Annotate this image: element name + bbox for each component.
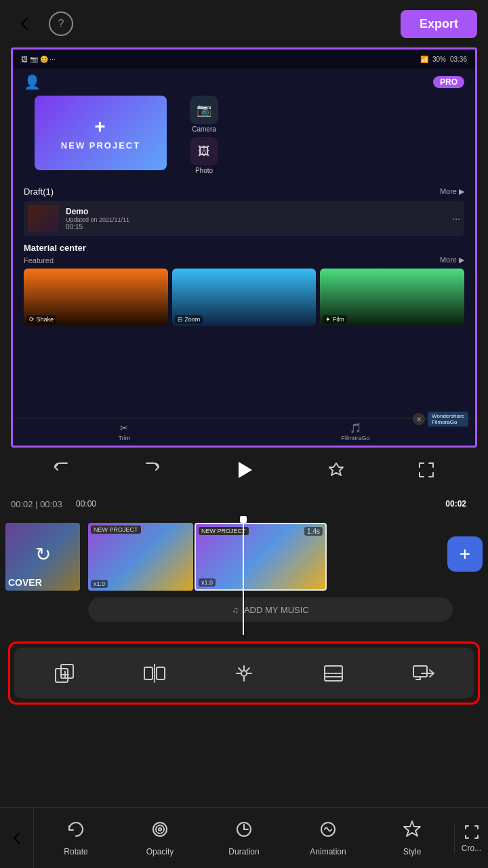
svg-line-15 bbox=[247, 668, 249, 671]
opacity-icon bbox=[150, 819, 170, 844]
new-project-card[interactable]: + NEW PROJECT bbox=[35, 96, 167, 170]
video-segment-2[interactable]: 1.4s NEW PROJECT x1.0 bbox=[195, 523, 327, 591]
phone-trim-button[interactable]: ✂ Trim bbox=[119, 422, 131, 441]
trim-icon: ✂ bbox=[120, 422, 128, 433]
filmora-icon: 🎵 bbox=[350, 422, 361, 433]
tool-panel-outline bbox=[8, 642, 480, 705]
side-icons: 📷 Camera 🖼 Photo bbox=[190, 96, 218, 174]
speed-icon bbox=[229, 658, 259, 688]
phone-status-left: 🖼 📷 😊 ··· bbox=[21, 56, 56, 63]
svg-rect-6 bbox=[144, 667, 152, 679]
crop-frame-tool[interactable] bbox=[289, 658, 378, 688]
play-button[interactable] bbox=[227, 453, 261, 487]
style-nav-item[interactable]: Style bbox=[370, 819, 454, 856]
featured-more-button[interactable]: More ▶ bbox=[440, 256, 464, 264]
camera-icon: 📷 bbox=[190, 96, 218, 124]
opacity-nav-item[interactable]: Opacity bbox=[118, 819, 202, 856]
phone-battery: 30% bbox=[432, 56, 446, 63]
opacity-label: Opacity bbox=[146, 847, 174, 856]
segment1-label: NEW PROJECT bbox=[91, 526, 141, 534]
featured-header: Featured More ▶ bbox=[24, 256, 464, 264]
redo-button[interactable] bbox=[137, 455, 167, 485]
svg-point-22 bbox=[156, 825, 164, 833]
speed-tool[interactable] bbox=[199, 658, 289, 688]
nav-items: Rotate Opacity Duration bbox=[34, 808, 454, 868]
phone-time: 03:36 bbox=[450, 56, 467, 63]
cover-label: COVER bbox=[8, 577, 42, 588]
draft-item[interactable]: Demo Updated on 2021/11/11 00:15 ··· bbox=[24, 201, 464, 236]
export-button[interactable]: Export bbox=[401, 10, 477, 38]
timeline-ruler: 00:02 | 00:03 00:00 00:02 bbox=[0, 492, 488, 516]
featured-item-film[interactable]: ✦ Film bbox=[320, 269, 464, 326]
clip-duration-label: 1.4s bbox=[304, 527, 323, 536]
phone-status-bar: 🖼 📷 😊 ··· 📶 30% 03:36 bbox=[13, 50, 475, 68]
featured-shake-label: ⟳ Shake bbox=[26, 315, 56, 323]
tool-panel bbox=[14, 648, 474, 698]
draft-info: Demo Updated on 2021/11/11 00:15 bbox=[66, 207, 445, 231]
nav-back-button[interactable] bbox=[0, 808, 34, 868]
draft-duration: 00:15 bbox=[66, 223, 445, 231]
music-note-icon: ♫ bbox=[232, 605, 239, 615]
phone-app-content: 👤 PRO + NEW PROJECT 📷 Camera 🖼 Photo bbox=[13, 68, 475, 446]
undo-button[interactable] bbox=[47, 455, 77, 485]
material-title: Material center bbox=[24, 243, 464, 253]
material-section: Material center Featured More ▶ ⟳ Shake … bbox=[13, 239, 475, 329]
animation-icon bbox=[318, 819, 338, 844]
split-tool[interactable] bbox=[109, 658, 199, 688]
pro-badge: PRO bbox=[433, 76, 464, 88]
draft-more-button[interactable]: More ▶ bbox=[440, 187, 464, 196]
phone-filmora-button[interactable]: 🎵 FilmoraGo bbox=[341, 422, 369, 441]
rotate-nav-item[interactable]: Rotate bbox=[34, 819, 118, 856]
camera-label: Camera bbox=[192, 125, 216, 133]
svg-marker-0 bbox=[239, 462, 252, 478]
camera-icon-item[interactable]: 📷 Camera bbox=[190, 96, 218, 133]
featured-label: Featured bbox=[24, 256, 54, 264]
replace-tool[interactable] bbox=[379, 658, 468, 688]
phone-preview: 🖼 📷 😊 ··· 📶 30% 03:36 👤 PRO + NEW PROJEC… bbox=[11, 47, 477, 448]
animation-label: Animation bbox=[310, 847, 346, 856]
duplicate-tool[interactable] bbox=[20, 658, 109, 688]
main-video-track: NEW PROJECT x1.0 1.4s NEW PROJECT x1.0 bbox=[88, 523, 453, 591]
featured-zoom-label: ⊟ Zoom bbox=[175, 315, 203, 323]
svg-line-14 bbox=[239, 668, 241, 671]
add-music-label: ADD MY MUSIC bbox=[244, 605, 309, 615]
crop-nav-item[interactable]: Cro... bbox=[454, 823, 488, 853]
cover-track[interactable]: ↻ COVER bbox=[5, 523, 80, 591]
add-clip-button[interactable]: + bbox=[447, 536, 483, 572]
video-segment-1[interactable]: NEW PROJECT x1.0 bbox=[88, 523, 193, 591]
replace-icon bbox=[409, 658, 439, 688]
fullscreen-button[interactable] bbox=[411, 455, 441, 485]
magic-button[interactable] bbox=[321, 455, 351, 485]
filmora-label: FilmoraGo bbox=[341, 435, 369, 441]
rotate-icon bbox=[66, 819, 86, 844]
style-label: Style bbox=[403, 847, 422, 856]
photo-icon-item[interactable]: 🖼 Photo bbox=[190, 137, 218, 174]
phone-user-icon: 👤 bbox=[24, 74, 41, 90]
timeline-track-area[interactable]: ↻ COVER NEW PROJECT x1.0 1.4s NEW PROJEC… bbox=[0, 516, 488, 635]
timeline-markers: 00:00 00:02 bbox=[65, 499, 477, 509]
new-project-label: NEW PROJECT bbox=[61, 140, 140, 151]
featured-item-zoom[interactable]: ⊟ Zoom bbox=[172, 269, 317, 326]
phone-app-header: 👤 PRO bbox=[13, 68, 475, 96]
crop-label: Cro... bbox=[462, 844, 481, 853]
duration-nav-item[interactable]: Duration bbox=[202, 819, 286, 856]
tool-panel-wrapper bbox=[0, 642, 488, 705]
rotate-label: Rotate bbox=[64, 847, 87, 856]
draft-name: Demo bbox=[66, 207, 445, 216]
back-button[interactable] bbox=[11, 10, 38, 37]
crop-frame-icon bbox=[319, 658, 348, 688]
help-button[interactable]: ? bbox=[49, 12, 73, 36]
animation-nav-item[interactable]: Animation bbox=[286, 819, 370, 856]
draft-options[interactable]: ··· bbox=[452, 213, 460, 224]
draft-date: Updated on 2021/11/11 bbox=[66, 216, 445, 223]
featured-grid: ⟳ Shake ⊟ Zoom ✦ Film bbox=[24, 269, 464, 326]
add-music-button[interactable]: ♫ ADD MY MUSIC bbox=[88, 597, 453, 622]
segment2-label: NEW PROJECT bbox=[199, 527, 249, 535]
phone-status-right: 📶 30% 03:36 bbox=[420, 56, 467, 63]
svg-marker-1 bbox=[329, 463, 343, 475]
featured-item-shake[interactable]: ⟳ Shake bbox=[24, 269, 168, 326]
watermark-close[interactable]: ✕ bbox=[413, 413, 425, 425]
watermark: ✕ WondershareFilmoraGo bbox=[413, 412, 468, 427]
duplicate-icon bbox=[49, 658, 79, 688]
draft-header: Draft(1) More ▶ bbox=[24, 186, 464, 197]
